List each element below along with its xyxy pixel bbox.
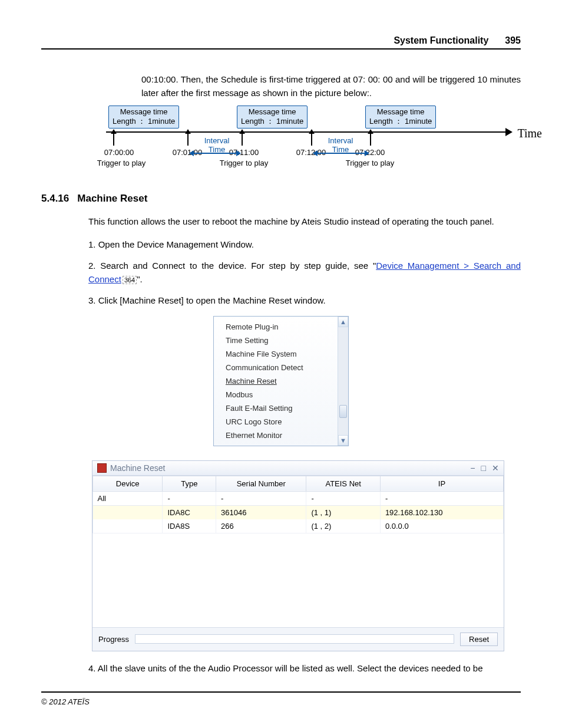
copyright: © 2012 ATEÏS [41,697,90,706]
section-description: This function allows the user to reboot … [88,215,521,229]
tick-label: Trigger to play [220,159,269,167]
scroll-up-icon[interactable]: ▲ [338,317,348,327]
intro-paragraph: 00:10:00. Then, the Schedule is first-ti… [141,73,521,100]
message-box-1: Message time Length ： 1minute [108,106,179,129]
table-row[interactable]: IDA8S266(1 , 2)0.0.0.0 [93,519,504,533]
menu-item[interactable]: Ethernet Monitor [226,429,348,442]
table-header-row: Device Type Serial Number ATEIS Net IP [93,476,504,491]
step-3: 3. Click [Machine Reset] to open the Mac… [88,294,521,308]
step-4: 4. All the slave units of the the Audio … [88,662,521,676]
menu-item[interactable]: Communication Detect [226,361,348,374]
timeline-diagram: Message time Length ： 1minute Message ti… [106,106,518,182]
message-box-2: Message time Length ： 1minute [237,106,308,129]
minimize-icon[interactable]: − [470,463,475,473]
interval-arrow-icon [190,153,240,154]
menu-item[interactable]: Time Setting [226,334,348,347]
scroll-down-icon[interactable]: ▼ [338,435,348,446]
window-titlebar: Machine Reset − □ ✕ [92,461,504,476]
app-icon [97,463,107,473]
table-cell: (1 , 2) [306,519,380,533]
table-cell: IDA8C [163,505,216,519]
tick-arrow-icon [370,133,371,146]
interval-label: Interval Time [323,136,358,154]
scrollbar[interactable]: ▲ ▼ [338,317,348,446]
menu-item[interactable]: URC Logo Store [226,415,348,429]
page-footer: © 2012 ATEÏS [41,691,521,706]
col-ip[interactable]: IP [380,476,503,491]
tick-arrow-icon [242,133,243,146]
message-box-line2: Length ： 1minute [113,117,175,126]
interval-arrow-icon [313,153,369,154]
table-cell [93,505,163,519]
interval-label: Interval Time [199,136,234,154]
col-type[interactable]: Type [163,476,216,491]
step-2: 2. Search and Connect to the device. For… [88,259,521,286]
table-cell: (1 , 1) [306,505,380,519]
header-page-number: 395 [505,35,521,46]
table-cell: 266 [216,519,306,533]
message-box-3: Message time Length ： 1minute [365,106,436,129]
device-table[interactable]: Device Type Serial Number ATEIS Net IP A… [92,476,504,533]
filter-cell[interactable]: - [380,491,503,505]
message-box-line1: Message time [241,107,303,117]
page-header: System Functionality 395 [41,35,521,50]
progress-label: Progress [98,635,129,644]
maximize-icon[interactable]: □ [481,463,486,473]
col-device[interactable]: Device [93,476,163,491]
table-row[interactable]: IDA8C361046(1 , 1)192.168.102.130 [93,505,504,519]
scroll-thumb[interactable] [339,405,347,418]
time-axis [106,131,507,133]
tick-label: Trigger to play [346,159,395,167]
tick-time: 07:00:00 [104,148,134,157]
table-cell: 361046 [216,505,306,519]
progress-bar [135,634,454,644]
table-filter-row[interactable]: All---- [93,491,504,505]
table-cell: 0.0.0.0 [380,519,503,533]
section-title: Machine Reset [77,193,147,205]
section-number: 5.4.16 [41,193,69,205]
table-empty-area [92,533,504,627]
menu-screenshot: Remote Plug-inTime SettingMachine File S… [213,316,349,446]
col-ateis-net[interactable]: ATEIS Net [306,476,380,491]
machine-reset-window: Machine Reset − □ ✕ Device Type Serial N… [92,460,504,651]
window-footer: Progress Reset [92,627,504,651]
col-serial[interactable]: Serial Number [216,476,306,491]
page-reference: 364 [123,276,137,284]
message-box-line2: Length ： 1minute [241,117,303,126]
time-axis-arrowhead-icon [505,128,513,136]
time-axis-label: Time [517,127,542,140]
filter-cell[interactable]: - [163,491,216,505]
section-heading: 5.4.16 Machine Reset [41,193,521,205]
filter-cell[interactable]: - [216,491,306,505]
close-icon[interactable]: ✕ [492,463,499,473]
message-box-line1: Message time [369,107,432,117]
header-title: System Functionality [394,35,488,46]
message-box-line2: Length ： 1minute [369,117,432,126]
tick-label: Trigger to play [97,159,146,167]
table-cell: IDA8S [163,519,216,533]
menu-item[interactable]: Remote Plug-in [226,320,348,334]
tick-arrow-icon [113,133,114,146]
message-box-line1: Message time [113,107,175,117]
menu-item[interactable]: Modbus [226,388,348,401]
menu-item[interactable]: Machine File System [226,347,348,361]
filter-cell[interactable]: All [93,491,163,505]
tick-arrow-icon [187,133,189,146]
reset-button[interactable]: Reset [460,633,498,646]
step-1: 1. Open the Device Management Window. [88,238,521,252]
menu-item[interactable]: Machine Reset [226,374,348,388]
table-cell: 192.168.102.130 [380,505,503,519]
table-cell [93,519,163,533]
menu-item[interactable]: Fault E-Mail Setting [226,401,348,415]
window-title: Machine Reset [110,463,165,473]
tick-arrow-icon [311,133,312,146]
filter-cell[interactable]: - [306,491,380,505]
